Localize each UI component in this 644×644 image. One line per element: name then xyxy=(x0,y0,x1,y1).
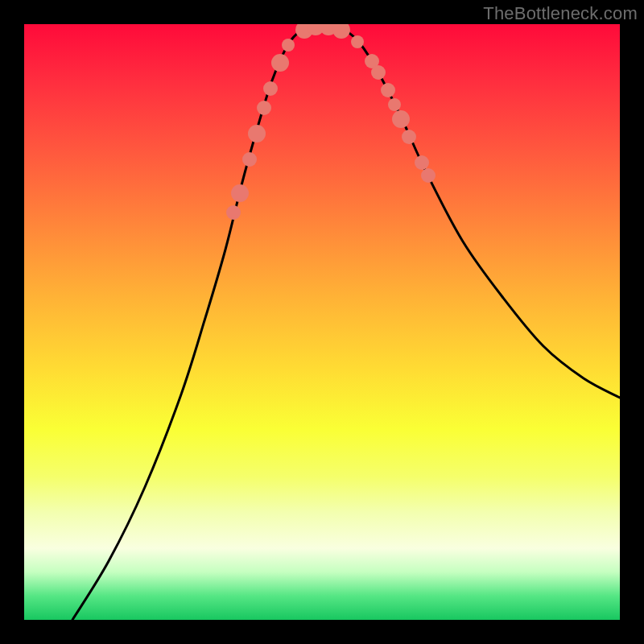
highlight-dot xyxy=(371,65,386,80)
watermark-text: TheBottleneck.com xyxy=(483,3,638,24)
chart-frame: TheBottleneck.com xyxy=(0,0,644,644)
highlight-dot xyxy=(415,155,429,170)
highlight-dot xyxy=(381,83,395,97)
highlight-dots-group xyxy=(226,24,436,220)
highlight-dot xyxy=(226,205,241,220)
highlight-dot xyxy=(248,125,266,142)
highlight-dot xyxy=(263,81,278,96)
highlight-dot xyxy=(332,24,350,39)
highlight-dot xyxy=(402,130,416,144)
highlight-dot xyxy=(242,152,257,167)
bottleneck-curve xyxy=(72,25,620,620)
highlight-dot xyxy=(271,54,289,72)
highlight-dot xyxy=(231,184,249,202)
highlight-dot xyxy=(392,110,410,128)
highlight-dot xyxy=(257,101,271,115)
highlight-dot xyxy=(282,39,295,52)
highlight-dot xyxy=(421,168,436,183)
plot-area xyxy=(24,24,620,620)
highlight-dot xyxy=(388,98,401,111)
highlight-dot xyxy=(351,35,364,48)
chart-svg xyxy=(24,24,620,620)
